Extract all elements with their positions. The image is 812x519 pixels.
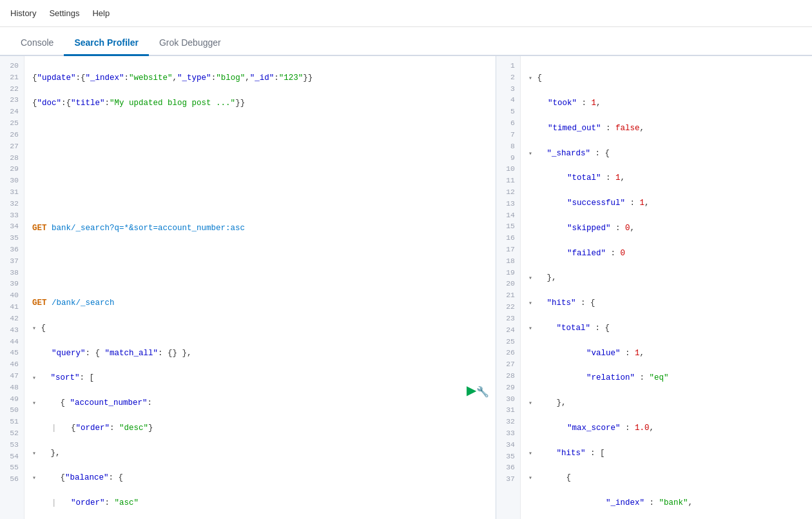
editor-line-26: GET bank/_search?q=*&sort=account_number… xyxy=(32,222,488,235)
editor-pane: 20 21 22 23 24 25 26 27 28 29 30 31 32 3… xyxy=(0,56,496,519)
tab-console[interactable]: Console xyxy=(10,31,64,56)
editor-line-27 xyxy=(32,248,488,260)
response-pane: 1 2 3 4 5 6 7 8 9 10 11 12 13 14 15 16 1… xyxy=(496,56,812,519)
response-line-5: "total" : 1, xyxy=(528,172,804,184)
editor-code-content[interactable]: {"update":{"_index":"website","_type":"b… xyxy=(24,56,496,519)
tab-bar: Console Search Profiler Grok Debugger xyxy=(0,27,812,56)
menu-settings[interactable]: Settings xyxy=(49,8,79,18)
response-line-numbers: 1 2 3 4 5 6 7 8 9 10 11 12 13 14 15 16 1… xyxy=(496,56,521,519)
editor-line-34: | {"order": "desc"} xyxy=(32,422,488,435)
response-line-16: ▾ "hits" : [ xyxy=(528,447,804,460)
response-code-editor: 1 2 3 4 5 6 7 8 9 10 11 12 13 14 15 16 1… xyxy=(496,56,812,519)
editor-line-21: {"doc":{"title":"My updated blog post ..… xyxy=(32,97,488,110)
editor-line-30: ▾ { xyxy=(32,322,488,335)
code-editor[interactable]: 20 21 22 23 24 25 26 27 28 29 30 31 32 3… xyxy=(0,56,496,519)
tab-grok-debugger[interactable]: Grok Debugger xyxy=(149,31,231,56)
editor-line-28 xyxy=(32,272,488,284)
editor-line-35: ▾ }, xyxy=(32,447,488,460)
menu-bar: History Settings Help xyxy=(0,0,812,27)
response-line-7: "skipped" : 0, xyxy=(528,222,804,235)
editor-line-32: ▾ "sort": [ xyxy=(32,372,488,384)
editor-line-29: GET /bank/_search xyxy=(32,297,488,309)
response-code-content: ▾ { "took" : 1, "timed_out" : false, ▾ "… xyxy=(521,56,812,519)
response-line-2: "took" : 1, xyxy=(528,97,804,110)
response-line-4: ▾ "_shards" : { xyxy=(528,148,804,160)
menu-help[interactable]: Help xyxy=(92,8,110,18)
response-line-17: ▾ { xyxy=(528,472,804,484)
response-line-12: "value" : 1, xyxy=(528,348,804,360)
editor-line-24 xyxy=(32,172,488,184)
editor-line-20: {"update":{"_index":"website","_type":"b… xyxy=(32,72,488,84)
menu-history[interactable]: History xyxy=(10,8,36,18)
response-line-9: ▾ }, xyxy=(528,272,804,284)
editor-line-37: | "order": "asc" xyxy=(32,497,488,509)
run-button[interactable]: ▶ xyxy=(467,382,476,398)
response-line-15: "max_score" : 1.0, xyxy=(528,422,804,435)
response-line-8: "failed" : 0 xyxy=(528,248,804,260)
editor-line-33: ▾ { "account_number": xyxy=(32,397,488,409)
response-line-10: ▾ "hits" : { xyxy=(528,297,804,309)
editor-line-22 xyxy=(32,122,488,135)
response-line-3: "timed_out" : false, xyxy=(528,122,804,135)
tab-search-profiler[interactable]: Search Profiler xyxy=(64,31,149,56)
line-numbers: 20 21 22 23 24 25 26 27 28 29 30 31 32 3… xyxy=(0,56,24,519)
response-line-1: ▾ { xyxy=(528,72,804,84)
main-content: 20 21 22 23 24 25 26 27 28 29 30 31 32 3… xyxy=(0,56,812,519)
editor-line-31: "query": { "match_all": {} }, xyxy=(32,348,488,360)
settings-button[interactable]: 🔧 xyxy=(476,386,489,398)
response-line-14: ▾ }, xyxy=(528,397,804,409)
editor-line-25 xyxy=(32,197,488,210)
editor-line-36: ▾ {"balance": { xyxy=(32,472,488,484)
editor-line-23 xyxy=(32,148,488,160)
response-line-11: ▾ "total" : { xyxy=(528,322,804,335)
response-line-18: "_index" : "bank", xyxy=(528,497,804,509)
response-line-13: "relation" : "eq" xyxy=(528,372,804,384)
response-line-6: "successful" : 1, xyxy=(528,197,804,210)
